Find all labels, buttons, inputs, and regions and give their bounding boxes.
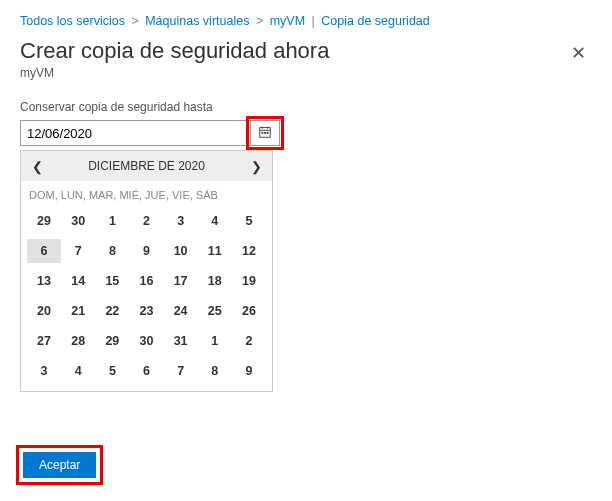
breadcrumb-item-current[interactable]: Copia de seguridad — [321, 14, 429, 28]
calendar-day[interactable]: 11 — [198, 239, 232, 263]
calendar-day[interactable]: 21 — [61, 299, 95, 323]
calendar-day[interactable]: 3 — [164, 209, 198, 233]
calendar-day[interactable]: 8 — [198, 359, 232, 383]
calendar-days-of-week: DOM, LUN, MAR, MIÉ, JUE, VIE, SÁB — [21, 181, 272, 207]
calendar-day[interactable]: 9 — [129, 239, 163, 263]
calendar-day[interactable]: 27 — [27, 329, 61, 353]
breadcrumb: Todos los servicios > Máquinas virtuales… — [20, 14, 592, 28]
calendar-day[interactable]: 26 — [232, 299, 266, 323]
calendar-day[interactable]: 12 — [232, 239, 266, 263]
calendar-day[interactable]: 28 — [61, 329, 95, 353]
calendar-day[interactable]: 24 — [164, 299, 198, 323]
breadcrumb-item[interactable]: Todos los servicios — [20, 14, 125, 28]
calendar-day[interactable]: 19 — [232, 269, 266, 293]
page-subtitle: myVM — [20, 66, 329, 80]
calendar-day[interactable]: 2 — [129, 209, 163, 233]
svg-rect-4 — [262, 132, 264, 134]
calendar-day[interactable]: 6 — [27, 239, 61, 263]
svg-rect-6 — [267, 132, 269, 134]
page-title: Crear copia de seguridad ahora — [20, 38, 329, 64]
calendar-button[interactable] — [250, 120, 280, 146]
svg-rect-5 — [264, 132, 266, 134]
calendar-day[interactable]: 9 — [232, 359, 266, 383]
retain-until-input[interactable] — [20, 120, 250, 146]
calendar-day[interactable]: 29 — [95, 329, 129, 353]
calendar-day[interactable]: 1 — [198, 329, 232, 353]
breadcrumb-sep: | — [312, 14, 315, 28]
breadcrumb-sep: > — [256, 14, 263, 28]
calendar-day[interactable]: 6 — [129, 359, 163, 383]
calendar-day[interactable]: 20 — [27, 299, 61, 323]
calendar-day[interactable]: 30 — [61, 209, 95, 233]
calendar-grid: 2930123456789101112131415161718192021222… — [21, 207, 272, 391]
calendar-next-month[interactable]: ❯ — [246, 159, 266, 174]
calendar-prev-month[interactable]: ❮ — [27, 159, 47, 174]
calendar-day[interactable]: 13 — [27, 269, 61, 293]
calendar-day[interactable]: 10 — [164, 239, 198, 263]
date-picker: ❮ DICIEMBRE DE 2020 ❯ DOM, LUN, MAR, MIÉ… — [20, 150, 273, 392]
calendar-day[interactable]: 5 — [95, 359, 129, 383]
retain-until-label: Conservar copia de seguridad hasta — [20, 100, 592, 114]
calendar-day[interactable]: 30 — [129, 329, 163, 353]
breadcrumb-item[interactable]: Máquinas virtuales — [145, 14, 249, 28]
calendar-day[interactable]: 7 — [164, 359, 198, 383]
calendar-day[interactable]: 29 — [27, 209, 61, 233]
calendar-day[interactable]: 4 — [61, 359, 95, 383]
accept-button[interactable]: Aceptar — [23, 452, 96, 478]
calendar-day[interactable]: 25 — [198, 299, 232, 323]
calendar-day[interactable]: 8 — [95, 239, 129, 263]
calendar-day[interactable]: 5 — [232, 209, 266, 233]
calendar-day[interactable]: 1 — [95, 209, 129, 233]
calendar-day[interactable]: 23 — [129, 299, 163, 323]
calendar-day[interactable]: 31 — [164, 329, 198, 353]
calendar-month-title[interactable]: DICIEMBRE DE 2020 — [47, 159, 246, 173]
calendar-day[interactable]: 7 — [61, 239, 95, 263]
calendar-day[interactable]: 22 — [95, 299, 129, 323]
calendar-day[interactable]: 17 — [164, 269, 198, 293]
calendar-day[interactable]: 16 — [129, 269, 163, 293]
calendar-day[interactable]: 14 — [61, 269, 95, 293]
calendar-day[interactable]: 3 — [27, 359, 61, 383]
close-button[interactable]: ✕ — [565, 38, 592, 68]
breadcrumb-sep: > — [131, 14, 138, 28]
calendar-header: ❮ DICIEMBRE DE 2020 ❯ — [21, 151, 272, 181]
calendar-day[interactable]: 4 — [198, 209, 232, 233]
calendar-day[interactable]: 15 — [95, 269, 129, 293]
calendar-icon — [258, 125, 272, 142]
breadcrumb-item[interactable]: myVM — [270, 14, 305, 28]
calendar-day[interactable]: 2 — [232, 329, 266, 353]
calendar-day[interactable]: 18 — [198, 269, 232, 293]
